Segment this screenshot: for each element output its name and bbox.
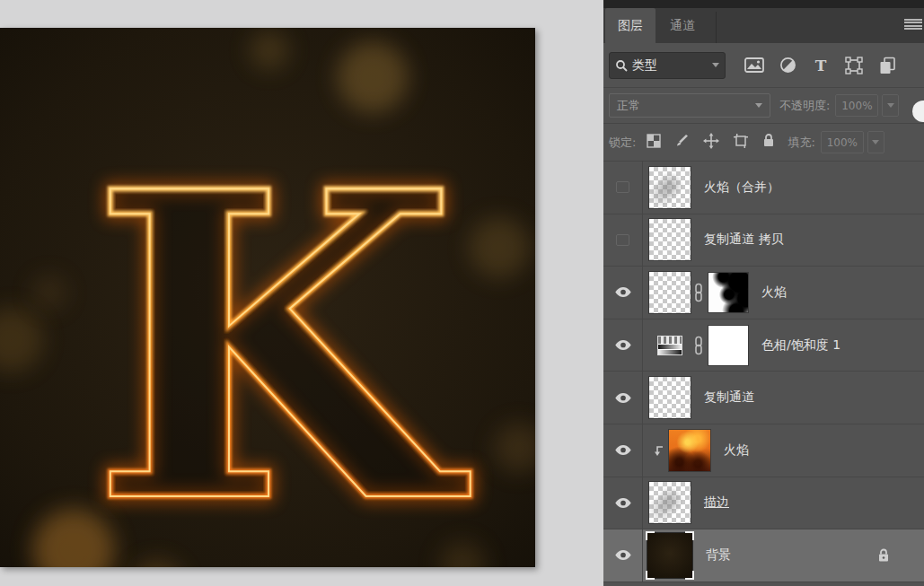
photoshop-window: K K K 图层 通道 类型	[0, 0, 924, 586]
visibility-toggle[interactable]	[603, 267, 643, 319]
visibility-toggle[interactable]	[603, 529, 643, 582]
lock-artboard-icon[interactable]	[733, 133, 749, 153]
layer-name[interactable]: 背景	[706, 547, 731, 564]
layer-name[interactable]: 复制通道 拷贝	[704, 232, 783, 248]
selection-corner	[646, 531, 655, 540]
layer-row-fire-merged[interactable]: 火焰（合并）	[603, 162, 924, 214]
panel-top-strip	[603, 0, 924, 8]
visibility-toggle[interactable]	[603, 477, 643, 529]
tab-separator	[716, 12, 717, 43]
layer-name[interactable]: 火焰（合并）	[704, 179, 779, 196]
eye-icon	[613, 338, 633, 352]
opacity-dropdown-button[interactable]	[882, 94, 899, 117]
fill-label: 填充:	[788, 135, 814, 151]
blend-mode-row: 正常 不透明度: 100%	[603, 88, 924, 124]
eye-hidden-well	[616, 181, 629, 193]
link-icon	[693, 283, 704, 302]
adjustment-layer-thumbnail[interactable]	[648, 324, 691, 367]
blend-mode-select[interactable]: 正常	[609, 93, 770, 118]
selection-corner	[646, 571, 655, 580]
tab-channels[interactable]: 通道	[657, 8, 708, 43]
layer-name[interactable]: 描边	[704, 494, 729, 511]
layer-mask-thumbnail[interactable]	[708, 272, 749, 313]
eye-icon	[613, 443, 633, 457]
visibility-toggle[interactable]	[603, 372, 643, 424]
lock-all-icon[interactable]	[762, 133, 775, 152]
layer-row-copy-channel[interactable]: 复制通道	[603, 372, 924, 424]
panel-tab-bar: 图层 通道	[603, 8, 924, 43]
layer-mask-thumbnail[interactable]	[708, 325, 749, 366]
layer-name[interactable]: 色相/饱和度 1	[761, 337, 840, 354]
search-icon	[615, 59, 628, 72]
filter-kind-select[interactable]: 类型	[609, 52, 726, 79]
layer-thumbnail[interactable]	[648, 166, 691, 209]
layer-name[interactable]: 火焰	[761, 284, 787, 301]
eye-hidden-well	[616, 234, 629, 246]
layer-thumbnail[interactable]	[648, 481, 691, 524]
fill-value-field[interactable]: 100%	[821, 131, 864, 153]
layer-row-background[interactable]: 背景	[603, 529, 924, 582]
visibility-toggle[interactable]	[603, 424, 643, 477]
clipping-mask-arrow-icon	[652, 444, 664, 457]
layers-panel: 图层 通道 类型	[603, 0, 924, 586]
document-canvas[interactable]: K K K	[0, 28, 535, 567]
layer-row-fire-texture[interactable]: 火焰	[603, 424, 924, 477]
layer-row-hue-saturation[interactable]: 色相/饱和度 1	[603, 319, 924, 372]
opacity-value-field[interactable]: 100%	[835, 94, 878, 117]
shape-filter-icon[interactable]	[843, 56, 865, 75]
eye-icon	[613, 285, 633, 299]
eye-icon	[613, 548, 633, 562]
image-filter-icon[interactable]	[744, 56, 765, 75]
chevron-down-icon	[755, 103, 762, 108]
layer-name[interactable]: 火焰	[724, 442, 749, 459]
tab-layers[interactable]: 图层	[605, 8, 656, 43]
layer-row-stroke[interactable]: 描边	[603, 477, 924, 530]
eye-icon	[613, 391, 633, 405]
fire-letter-artwork: K K K	[0, 28, 535, 567]
eye-icon	[613, 496, 633, 510]
type-filter-icon[interactable]: T	[810, 56, 832, 75]
blend-mode-value: 正常	[617, 98, 755, 114]
filter-kind-label: 类型	[632, 57, 712, 74]
layer-row-fire-masked[interactable]: 火焰	[603, 267, 924, 319]
layer-thumbnail[interactable]	[648, 376, 691, 419]
layer-thumbnail[interactable]	[648, 218, 691, 261]
layer-filter-row: 类型 T	[603, 43, 924, 88]
adjustment-filter-icon[interactable]	[777, 56, 798, 75]
lock-pixels-brush-icon[interactable]	[674, 133, 690, 152]
letter-highlight: K	[91, 101, 473, 567]
lock-label: 锁定:	[609, 135, 636, 151]
layer-lock-icon	[877, 547, 890, 563]
visibility-toggle[interactable]	[603, 214, 643, 267]
workspace-area: K K K	[0, 0, 603, 586]
lock-transparency-icon[interactable]	[647, 134, 661, 152]
lock-row: 锁定:	[603, 124, 924, 162]
layer-name[interactable]: 复制通道	[704, 389, 754, 406]
hue-saturation-icon	[657, 336, 682, 355]
visibility-toggle[interactable]	[603, 319, 643, 372]
fill-dropdown-button[interactable]	[867, 131, 884, 153]
link-icon	[693, 336, 704, 355]
visibility-toggle[interactable]	[603, 162, 643, 214]
lock-position-icon[interactable]	[703, 133, 719, 153]
layer-thumbnail[interactable]	[647, 532, 693, 579]
layer-list: 火焰（合并） 复制通道 拷贝	[603, 162, 924, 582]
smart-object-filter-icon[interactable]	[876, 56, 898, 75]
layer-thumbnail[interactable]	[668, 429, 711, 472]
layer-thumbnail[interactable]	[648, 271, 691, 314]
chevron-down-icon	[712, 63, 719, 67]
layer-row-copy-channel-copy[interactable]: 复制通道 拷贝	[603, 214, 924, 267]
selection-corner	[685, 531, 694, 540]
panel-menu-icon[interactable]	[904, 17, 922, 31]
selection-corner	[685, 571, 694, 580]
opacity-label: 不透明度:	[779, 98, 830, 114]
